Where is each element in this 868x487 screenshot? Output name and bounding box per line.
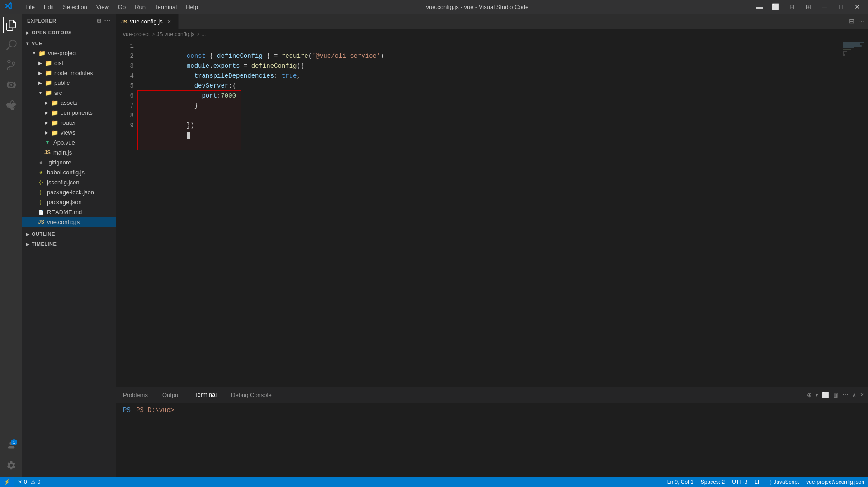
breadcrumb-part-3[interactable]: ... <box>201 31 206 37</box>
menu-run[interactable]: Run <box>131 3 149 11</box>
language-label: JavaScript <box>774 479 799 485</box>
code-editor[interactable]: const { defineConfig } = require('@vue/c… <box>137 39 841 387</box>
search-icon[interactable] <box>3 37 19 53</box>
layout-icon-2[interactable]: ⬜ <box>769 2 782 11</box>
tree-label-node-modules: node_modules <box>54 70 93 76</box>
tree-item-assets[interactable]: ▶ 📁 assets <box>22 98 116 108</box>
tree-label-router: router <box>61 119 76 126</box>
sidebar-header-actions[interactable]: ⊕ ⋯ <box>96 17 110 24</box>
accounts-icon[interactable]: 1 <box>3 437 19 454</box>
spaces-label: Spaces: 2 <box>701 479 725 485</box>
source-control-icon[interactable] <box>3 57 19 73</box>
outline-header[interactable]: ▶ Outline <box>22 229 116 239</box>
code-line-5: port:7000 <box>141 81 837 91</box>
tab-output[interactable]: Output <box>155 387 187 403</box>
menu-selection[interactable]: Selection <box>59 3 90 11</box>
menu-help[interactable]: Help <box>182 3 202 11</box>
statusbar-line-col[interactable]: Ln 9, Col 1 <box>664 477 697 487</box>
folder-router-icon: 📁 <box>51 118 59 126</box>
statusbar-errors[interactable]: ✕ 0 ⚠ 0 <box>14 477 44 487</box>
editor-area: JS vue.config.js ✕ ⊟ ⋯ vue-project > JS … <box>116 14 868 477</box>
tree-item-components[interactable]: ▶ 📁 components <box>22 108 116 117</box>
panel-close-icon[interactable]: ✕ <box>860 392 864 398</box>
tab-problems[interactable]: Problems <box>116 387 155 403</box>
statusbar: ⚡ ✕ 0 ⚠ 0 Ln 9, Col 1 Spaces: 2 UTF-8 LF… <box>0 477 868 487</box>
tree-item-views[interactable]: ▶ 📁 views <box>22 127 116 137</box>
tree-item-jsconfig[interactable]: {} jsconfig.json <box>22 177 116 187</box>
more-tabs-icon[interactable]: ⋯ <box>858 18 864 25</box>
tree-item-vue-config[interactable]: JS vue.config.js <box>22 217 116 227</box>
line-col-label: Ln 9, Col 1 <box>667 479 693 485</box>
open-editors-header[interactable]: ▶ Open Editors <box>22 28 116 37</box>
code-line-3: transpileDependencies: true, <box>141 61 837 71</box>
tab-debug-console[interactable]: Debug Console <box>224 387 279 403</box>
close-button[interactable]: ✕ <box>851 2 863 11</box>
terminal-ps: PS <box>123 407 131 414</box>
vue-section-header[interactable]: ▾ Vue <box>22 39 116 48</box>
statusbar-language[interactable]: {} JavaScript <box>764 477 802 487</box>
terminal-path: PS D:\vue> <box>136 407 174 414</box>
tree-item-vue-project[interactable]: ▾ 📁 vue-project <box>22 48 116 58</box>
settings-icon[interactable] <box>3 457 19 473</box>
breadcrumb-part-2[interactable]: JS vue.config.js <box>156 31 194 37</box>
timeline-header[interactable]: ▶ Timeline <box>22 239 116 249</box>
tree-item-package-lock[interactable]: {} package-lock.json <box>22 187 116 197</box>
titlebar-menu[interactable]: File Edit Selection View Go Run Terminal… <box>22 3 202 11</box>
line-numbers: 1 2 3 4 5 6 7 8 9 <box>116 39 137 387</box>
tab-vue-config[interactable]: JS vue.config.js ✕ <box>116 14 179 29</box>
terminal-split-icon[interactable]: ▾ <box>816 392 818 398</box>
tree-item-readme[interactable]: 📄 README.md <box>22 207 116 217</box>
split-editor-icon[interactable]: ⊟ <box>849 18 854 25</box>
tree-item-public[interactable]: ▶ 📁 public <box>22 78 116 88</box>
statusbar-line-ending[interactable]: LF <box>751 477 764 487</box>
tree-item-gitignore[interactable]: ◆ .gitignore <box>22 157 116 167</box>
tree-item-main-js[interactable]: JS main.js <box>22 147 116 157</box>
folder-public-icon: 📁 <box>44 79 52 87</box>
explorer-icon[interactable] <box>3 17 19 33</box>
chevron-right-outline: ▶ <box>24 231 31 237</box>
tree-item-router[interactable]: ▶ 📁 router <box>22 117 116 127</box>
tree-item-app-vue[interactable]: ▼ App.vue <box>22 137 116 147</box>
menu-terminal[interactable]: Terminal <box>151 3 180 11</box>
run-debug-icon[interactable] <box>3 77 19 93</box>
menu-view[interactable]: View <box>93 3 113 11</box>
tree-item-src[interactable]: ▾ 📁 src <box>22 88 116 98</box>
menu-file[interactable]: File <box>22 3 38 11</box>
menu-go[interactable]: Go <box>114 3 129 11</box>
menu-edit[interactable]: Edit <box>40 3 57 11</box>
statusbar-remote[interactable]: ⚡ <box>0 477 14 487</box>
minimize-button[interactable]: ─ <box>818 2 831 11</box>
sidebar-content: ▶ Open Editors ▾ Vue ▾ 📁 vue-project <box>22 28 116 477</box>
terminal-more-icon[interactable]: ⋯ <box>842 391 849 398</box>
layout-icon-4[interactable]: ⊞ <box>802 2 815 11</box>
code-line-1: const { defineConfig } = require('@vue/c… <box>141 41 837 51</box>
chevron-right-views: ▶ <box>43 129 50 136</box>
maximize-button[interactable]: □ <box>835 2 847 11</box>
extensions-icon[interactable] <box>3 97 19 113</box>
window-controls: ▬ ⬜ ⊟ ⊞ ─ □ ✕ <box>753 2 863 11</box>
more-actions-icon[interactable]: ⋯ <box>104 17 111 24</box>
new-terminal-icon[interactable]: ⊕ <box>807 392 812 398</box>
tree-label-package-lock: package-lock.json <box>47 189 94 196</box>
tree-item-babel[interactable]: ◈ babel.config.js <box>22 167 116 177</box>
tabs-actions: ⊟ ⋯ <box>845 18 868 25</box>
statusbar-spaces[interactable]: Spaces: 2 <box>697 477 728 487</box>
tree-item-node-modules[interactable]: ▶ 📁 node_modules <box>22 68 116 78</box>
tree-item-package-json[interactable]: {} package.json <box>22 197 116 207</box>
layout-icon-3[interactable]: ⊟ <box>786 2 798 11</box>
folder-dist-icon: 📁 <box>44 59 52 67</box>
tree-item-dist[interactable]: ▶ 📁 dist <box>22 58 116 68</box>
tab-close-button[interactable]: ✕ <box>165 18 173 25</box>
code-line-9[interactable] <box>141 121 837 131</box>
terminal-content[interactable]: PS PS D:\vue> <box>116 403 868 477</box>
statusbar-encoding[interactable]: UTF-8 <box>728 477 751 487</box>
terminal-layout-icon[interactable]: ⬜ <box>822 392 829 398</box>
new-file-icon[interactable]: ⊕ <box>96 17 102 24</box>
tab-terminal[interactable]: Terminal <box>187 387 224 403</box>
terminal-trash-icon[interactable]: 🗑 <box>833 392 839 398</box>
layout-icon[interactable]: ▬ <box>753 2 766 11</box>
panel-collapse-icon[interactable]: ∧ <box>852 392 856 398</box>
editor-content[interactable]: 1 2 3 4 5 6 7 8 9 const { defineConfig }… <box>116 39 868 387</box>
statusbar-feedback[interactable]: vue-project\jsconfig.json <box>802 477 868 487</box>
breadcrumb-part-1[interactable]: vue-project <box>123 31 150 37</box>
